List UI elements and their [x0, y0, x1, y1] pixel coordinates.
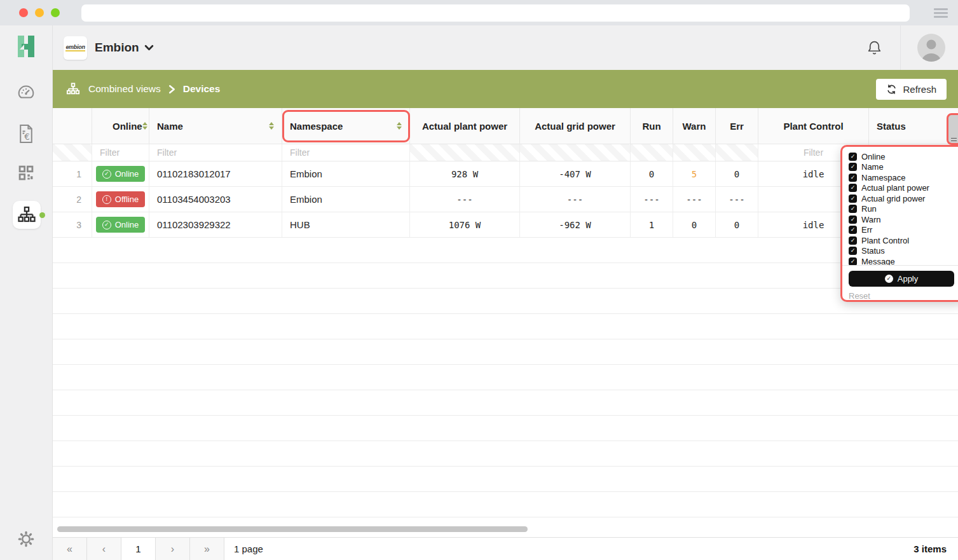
refresh-button[interactable]: Refresh: [876, 79, 947, 100]
product-logo: [0, 34, 52, 59]
notifications-button[interactable]: [866, 39, 883, 57]
checkbox-checked-icon[interactable]: ✓: [849, 236, 857, 245]
checkbox-checked-icon[interactable]: ✓: [849, 195, 857, 203]
org-switcher[interactable]: [144, 44, 154, 51]
column-option-actual-grid-power[interactable]: ✓Actual grid power: [849, 193, 958, 204]
browser-menu-icon[interactable]: [934, 8, 948, 18]
header-name[interactable]: Name: [149, 108, 282, 144]
user-avatar[interactable]: [917, 34, 945, 62]
status-badge: ! Offline: [96, 191, 145, 207]
checkbox-checked-icon[interactable]: ✓: [849, 163, 857, 171]
filter-disabled-cell: [716, 144, 758, 161]
namespace-cell: HUB: [282, 212, 410, 237]
filter-disabled-cell: [410, 144, 520, 161]
table-row: 2 ! Offline 01103454003203 Embion --- --…: [53, 187, 958, 212]
column-option-actual-plant-power[interactable]: ✓Actual plant power: [849, 183, 958, 194]
err-cell: 0: [716, 161, 758, 186]
first-page-button[interactable]: «: [53, 538, 87, 560]
checkbox-checked-icon[interactable]: ✓: [849, 247, 857, 255]
checkbox-checked-icon[interactable]: ✓: [849, 174, 857, 182]
header-warn: Warn: [673, 108, 716, 144]
column-option-status[interactable]: ✓Status: [849, 246, 958, 257]
checkbox-checked-icon[interactable]: ✓: [849, 215, 857, 224]
horizontal-scrollbar[interactable]: [57, 526, 528, 532]
empty-table-area: [53, 238, 958, 522]
filter-disabled-cell: [673, 144, 716, 161]
sidebar-item-devices[interactable]: [13, 201, 41, 229]
warn-cell: 0: [673, 212, 716, 237]
sort-icon[interactable]: [142, 122, 147, 130]
browser-chrome: [0, 0, 958, 25]
column-option-namespace[interactable]: ✓Namespace: [849, 172, 958, 183]
alert-circle-icon: !: [102, 195, 111, 204]
minimize-button[interactable]: [35, 8, 44, 17]
column-option-warn[interactable]: ✓Warn: [849, 214, 958, 225]
online-cell: ✓ Online: [92, 212, 149, 237]
reset-link[interactable]: Reset: [849, 291, 958, 301]
last-page-button[interactable]: »: [190, 538, 224, 560]
refresh-icon: [886, 84, 897, 95]
address-bar[interactable]: [81, 4, 910, 22]
gear-icon: [17, 529, 36, 549]
column-option-err[interactable]: ✓Err: [849, 225, 958, 236]
checkbox-checked-icon[interactable]: ✓: [849, 257, 857, 266]
table-row: 1 ✓ Online 01102183012017 Embion 928 W -…: [53, 161, 958, 187]
header-divider: [900, 25, 901, 70]
column-option-name[interactable]: ✓Name: [849, 162, 958, 173]
grid-power-cell: -407 W: [520, 161, 631, 186]
sidebar: €: [0, 25, 53, 560]
checkbox-checked-icon[interactable]: ✓: [849, 153, 857, 161]
checkbox-checked-icon[interactable]: ✓: [849, 226, 857, 234]
sidebar-item-billing[interactable]: €: [0, 124, 52, 144]
page-count-label: 1 page: [224, 538, 263, 560]
device-tree-icon: [17, 205, 36, 224]
sort-icon[interactable]: [269, 122, 274, 130]
zoom-button[interactable]: [51, 8, 60, 17]
org-logo-text: embion: [65, 44, 85, 51]
header-plant-control: Plant Control: [758, 108, 869, 144]
breadcrumb-bar: Combined views Devices Refresh: [53, 70, 958, 108]
sidebar-item-codes[interactable]: [0, 164, 52, 182]
filter-online-input[interactable]: [92, 147, 149, 158]
column-option-online[interactable]: ✓Online: [849, 151, 958, 162]
online-cell: ✓ Online: [92, 161, 149, 186]
column-option-message[interactable]: ✓Message: [849, 256, 958, 266]
filter-namespace-input[interactable]: [282, 147, 409, 158]
close-button[interactable]: [19, 8, 28, 17]
current-page[interactable]: 1: [121, 538, 156, 560]
column-option-list: ✓Online ✓Name ✓Namespace ✓Actual plant p…: [842, 151, 958, 266]
column-option-run[interactable]: ✓Run: [849, 204, 958, 215]
header-namespace[interactable]: Namespace: [282, 108, 410, 144]
check-circle-icon: ✓: [102, 170, 111, 179]
sort-icon[interactable]: [397, 122, 402, 130]
breadcrumb-chevron-icon: [168, 85, 175, 94]
svg-text:€: €: [24, 132, 30, 142]
checkbox-checked-icon[interactable]: ✓: [849, 184, 857, 192]
status-badge: ✓ Online: [96, 166, 146, 182]
next-page-button[interactable]: ›: [156, 538, 190, 560]
plant-power-cell: 928 W: [410, 161, 520, 186]
name-cell: 01103454003203: [149, 187, 282, 212]
status-badge: ✓ Online: [96, 217, 146, 233]
online-cell: ! Offline: [92, 187, 149, 212]
column-settings-button[interactable]: [947, 113, 958, 145]
horizontal-scroll-area: [53, 522, 958, 537]
column-settings-icon: [951, 138, 957, 141]
checkbox-checked-icon[interactable]: ✓: [849, 205, 857, 213]
app-header: embion Embion: [53, 25, 958, 70]
header-run: Run: [631, 108, 673, 144]
sidebar-item-settings[interactable]: [0, 529, 52, 549]
devices-status-dot: [39, 212, 45, 218]
header-online[interactable]: Online: [92, 108, 149, 144]
header-actual-plant-power: Actual plant power: [410, 108, 520, 144]
filter-name-input[interactable]: [149, 147, 282, 158]
invoice-icon: €: [17, 124, 35, 144]
apply-button[interactable]: ✓ Apply: [849, 271, 954, 287]
sidebar-item-dashboard[interactable]: [0, 83, 52, 102]
breadcrumb-section[interactable]: Combined views: [88, 83, 161, 95]
prev-page-button[interactable]: ‹: [87, 538, 121, 560]
header-actual-grid-power: Actual grid power: [520, 108, 631, 144]
column-option-plant-control[interactable]: ✓Plant Control: [849, 235, 958, 246]
err-cell: 0: [716, 212, 758, 237]
header-row-number: [53, 108, 92, 144]
